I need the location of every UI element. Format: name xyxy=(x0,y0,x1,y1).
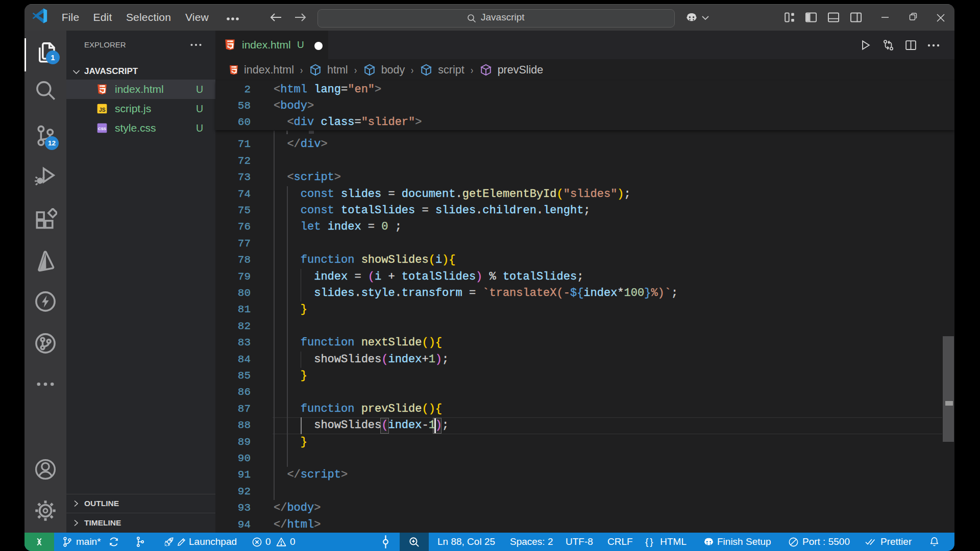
svg-text:CSS: CSS xyxy=(98,127,106,131)
svg-text:JS: JS xyxy=(99,107,106,113)
